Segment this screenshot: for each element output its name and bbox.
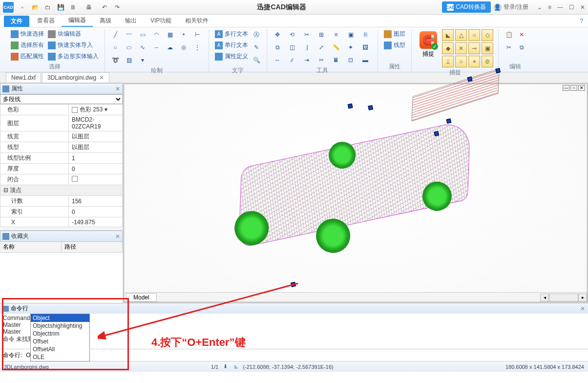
insert-icon[interactable]: ⎘ [360,29,371,40]
fav-close-icon[interactable]: ✕ [115,233,120,240]
select-all-button[interactable]: 选择所有 [10,41,45,50]
menu-editor[interactable]: 编辑器 [62,15,93,27]
login-button[interactable]: 👤登录/注册 [494,3,528,11]
scroll-thumb[interactable] [549,294,578,301]
trim-icon[interactable]: ✂ [301,29,312,40]
spline-icon[interactable]: ∿ [137,42,148,53]
prop-vertex-category[interactable]: ⊟ 顶点 [0,185,123,196]
move-icon[interactable]: ✥ [272,29,283,40]
stretch-icon[interactable]: ↔ [272,55,283,65]
ribbon-min-icon[interactable]: ⌄ [537,4,542,11]
prop-index-value[interactable]: 0 [69,207,123,217]
quick-select-button[interactable]: 快速选择 [10,29,45,39]
maximize-icon[interactable]: ☐ [569,4,574,11]
menu-related[interactable]: 相关软件 [178,15,215,27]
explode-icon[interactable]: ✦ [345,42,356,53]
close-icon[interactable]: ✕ [580,4,585,11]
measure-icon[interactable]: 📏 [331,42,341,53]
copy-icon[interactable]: ⧉ [272,42,283,53]
align-icon[interactable]: ≡ [331,29,341,40]
redo-icon[interactable]: ↷ [113,3,121,11]
prop-lw-value[interactable]: 以图层 [69,131,123,142]
solid-import-button[interactable]: 快速实体导入 [47,41,100,50]
layer-button[interactable]: 图层 [383,29,406,39]
suggest-offsetall[interactable]: OffsetAll [31,345,89,353]
tab-new1[interactable]: New1.dxf [6,72,41,83]
suggest-objecttrim[interactable]: Objecttrim [31,330,89,338]
new-icon[interactable]: ▫ [19,3,26,11]
menu-viewer[interactable]: 查看器 [30,15,62,27]
textfind-icon[interactable]: 🔍 [251,55,262,65]
circle-icon[interactable]: ○ [110,42,121,53]
snap-end-icon[interactable]: ◣ [442,29,454,41]
snap-ext-icon[interactable]: ⊸ [468,43,480,54]
line-icon[interactable]: ╱ [110,29,121,40]
group-icon[interactable]: ⊡ [345,55,356,65]
snap-ins-icon[interactable]: ▣ [482,43,493,54]
attrdef-button[interactable]: 属性定义 [214,52,249,61]
menu-file[interactable]: 文件 [4,16,29,27]
help-icon[interactable]: ? [580,15,583,27]
open-folder-icon[interactable]: 🗀 [44,3,52,11]
prop-color-value[interactable]: 色彩 253 ▾ [69,105,123,115]
scroll-left-icon[interactable]: ◂ [540,294,549,301]
snap-button[interactable]: 🧲 捕捉 [417,29,440,60]
wipeout-icon[interactable]: ▬ [360,55,371,65]
prop-lts-value[interactable]: 1 [69,153,123,164]
suggest-offset[interactable]: Offset [31,338,89,345]
calc-icon[interactable]: 🖩 [331,55,341,65]
arc-icon[interactable]: ◠ [151,29,162,40]
paste-icon[interactable]: 📋 [504,29,514,40]
dim-icon[interactable]: ⊢ [192,29,203,40]
break-icon[interactable]: ✂ [316,55,327,65]
tab-close-icon[interactable]: ✕ [99,74,104,81]
object-type-select[interactable]: 多段线 [0,94,123,104]
menu-advanced[interactable]: 高级 [93,15,118,27]
suggest-highlighting[interactable]: Objectshighlighting [31,322,89,330]
block-editor-button[interactable]: 块编辑器 [47,29,100,39]
prop-x-value[interactable]: -149.875 [69,217,123,227]
tab-lamborgini[interactable]: 3DLamborgini.dwg✕ [42,72,109,83]
model-tab[interactable]: Model [126,293,157,302]
prop-closed-value[interactable] [69,174,123,185]
snap-quad-icon[interactable]: ◆ [442,43,454,54]
menu-vip[interactable]: VIP功能 [144,15,178,27]
region-icon[interactable]: ▨ [124,55,134,65]
viewport[interactable]: —▫✕ Model ◂▸ [124,84,588,302]
polygon-input-button[interactable]: 多边形实体输入 [47,52,100,61]
command-input[interactable] [25,351,585,360]
block-icon2[interactable]: ▣ [345,29,356,40]
fillet-icon[interactable]: ⌋ [301,42,312,53]
spiral-icon[interactable]: ➰ [110,55,121,65]
undo-icon[interactable]: ↶ [101,3,108,11]
vp-close-icon[interactable]: ✕ [578,85,585,91]
ellipse-icon[interactable]: ⬭ [124,42,134,53]
fav-col-path[interactable]: 路径 [62,242,123,252]
ray-icon[interactable]: → [151,42,162,53]
prop-lt-value[interactable]: 以图层 [69,142,123,153]
hatch-icon[interactable]: ▦ [165,29,175,40]
snap-tan-icon[interactable]: ○ [455,56,467,67]
donut-icon[interactable]: ◎ [178,42,189,53]
more-draw-icon[interactable]: ▾ [137,55,148,65]
stext-button[interactable]: A单行文本 [214,41,249,50]
status-ortho-icon[interactable]: ⊾ [232,363,240,371]
textstyle-icon[interactable]: Ⓐ [251,29,262,40]
minimize-icon[interactable]: — [557,4,563,11]
suggest-ole[interactable]: OLE [31,353,89,361]
polyline-icon[interactable]: 〰 [124,29,134,40]
status-lock-icon[interactable]: ⬇ [221,363,229,371]
snap-near-icon[interactable]: ⌖ [468,56,480,67]
vp-max-icon[interactable]: ▫ [570,85,577,91]
menu-output[interactable]: 输出 [118,15,144,27]
snap-mid-icon[interactable]: △ [455,29,467,41]
prop-layer-value[interactable]: BMCD2-02ZCAR19 [69,115,123,131]
snap-perp-icon[interactable]: ⊥ [442,56,454,67]
array-icon[interactable]: ⊞ [316,29,327,40]
vp-min-icon[interactable]: — [563,85,569,91]
snap-int-icon[interactable]: ✕ [455,43,467,54]
cloud-icon[interactable]: ☁ [165,42,175,53]
cmd-close-icon[interactable]: ✕ [580,305,585,312]
prop-thk-value[interactable]: 0 [69,164,123,174]
save-icon[interactable]: 💾 [57,3,64,11]
